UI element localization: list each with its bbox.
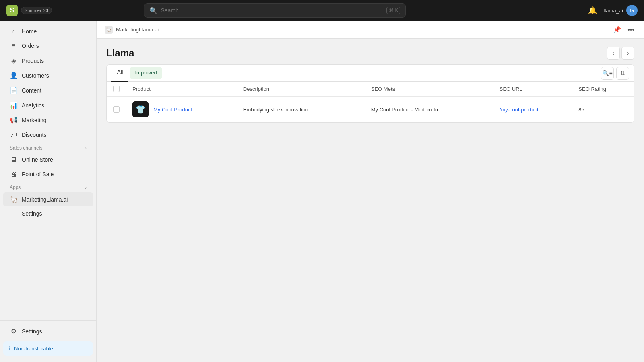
sidebar-item-label: Analytics (22, 102, 44, 109)
sidebar-item-label: Point of Sale (22, 171, 54, 177)
sidebar-item-settings-app[interactable]: Settings (3, 207, 93, 220)
sidebar-item-label: Customers (22, 72, 49, 79)
sidebar-item-home[interactable]: ⌂ Home (3, 25, 93, 38)
sidebar-item-label: Home (22, 28, 37, 35)
non-transferable-label: Non-transferable (14, 346, 53, 352)
header-checkbox[interactable] (113, 86, 120, 92)
tab-list: All Improved (111, 65, 162, 81)
sidebar-item-label: Online Store (22, 156, 53, 163)
more-options-button[interactable]: ••• (626, 25, 636, 35)
description-cell: Embodying sleek innovation ... (237, 97, 365, 123)
search-filter-icon: 🔍≡ (602, 70, 612, 76)
sidebar-item-marketing-llama[interactable]: 🦙 MarketingLlama.ai (3, 192, 93, 206)
sidebar-item-online-store[interactable]: 🖥 Online Store (3, 153, 93, 167)
sidebar-item-label: Settings (22, 328, 42, 335)
sidebar-bottom: ⚙ Settings ℹ Non-transferable (0, 320, 96, 359)
search-icon: 🔍 (149, 7, 157, 14)
table-actions: 🔍≡ ⇅ (601, 67, 629, 80)
sidebar-item-pos[interactable]: 🖨 Point of Sale (3, 167, 93, 181)
sidebar-item-orders[interactable]: ≡ Orders (3, 39, 93, 53)
table-header-row: Product Description SEO Meta SEO URL SEO… (107, 82, 634, 97)
user-name-label: llama_ai (604, 8, 623, 14)
sidebar-item-label: Settings (22, 210, 42, 217)
product-link[interactable]: My Cool Product (153, 107, 192, 113)
tab-all[interactable]: All (111, 65, 128, 82)
sidebar-item-marketing[interactable]: 📢 Marketing (3, 113, 93, 127)
content-area: 🦙 MarketingLlama.ai 📌 ••• Llama ‹ › (97, 21, 644, 362)
sort-icon: ⇅ (620, 70, 625, 76)
breadcrumb-actions: 📌 ••• (611, 24, 636, 35)
marketing-llama-icon: 🦙 (10, 195, 18, 203)
page-nav-buttons: ‹ › (607, 47, 634, 60)
user-menu-button[interactable]: llama_ai la (604, 5, 638, 16)
top-nav: S Summer '23 🔍 ⌘ K 🔔 llama_ai la (0, 0, 644, 21)
product-cell: 👕 My Cool Product (126, 97, 237, 123)
online-store-icon: 🖥 (10, 156, 18, 163)
nav-right: 🔔 llama_ai la (586, 4, 638, 17)
seo-rating-value: 85 (578, 107, 584, 113)
analytics-icon: 📊 (10, 101, 18, 109)
search-shortcut: ⌘ K (386, 7, 400, 14)
sidebar-item-label: Discounts (22, 132, 46, 138)
notifications-button[interactable]: 🔔 (586, 4, 599, 17)
next-page-button[interactable]: › (621, 47, 634, 60)
chevron-right-icon: › (85, 146, 87, 150)
pos-icon: 🖨 (10, 171, 18, 178)
breadcrumb-app-icon: 🦙 (105, 26, 113, 34)
header-product: Product (126, 82, 237, 97)
sidebar-item-settings[interactable]: ⚙ Settings (3, 324, 93, 338)
sidebar-item-label: Orders (22, 43, 39, 49)
row-checkbox-cell (107, 97, 126, 123)
product-thumbnail: 👕 (132, 101, 149, 117)
search-bar[interactable]: 🔍 ⌘ K (144, 3, 406, 18)
table-row: 👕 My Cool Product Embodying sleek innova… (107, 97, 634, 123)
sidebar: ⌂ Home ≡ Orders ◈ Products 👤 Customers 📄… (0, 21, 97, 362)
breadcrumb: 🦙 MarketingLlama.ai (105, 26, 159, 34)
prev-page-button[interactable]: ‹ (607, 47, 620, 60)
sidebar-item-analytics[interactable]: 📊 Analytics (3, 98, 93, 112)
sidebar-item-customers[interactable]: 👤 Customers (3, 68, 93, 82)
main-layout: ⌂ Home ≡ Orders ◈ Products 👤 Customers 📄… (0, 21, 644, 362)
pin-icon: 📌 (613, 26, 621, 33)
sidebar-item-content[interactable]: 📄 Content (3, 83, 93, 97)
product-cell-inner: 👕 My Cool Product (132, 101, 230, 117)
orders-icon: ≡ (10, 42, 18, 49)
sort-button[interactable]: ⇅ (616, 67, 629, 80)
pin-button[interactable]: 📌 (611, 24, 623, 35)
breadcrumb-title: MarketingLlama.ai (116, 27, 159, 33)
table-tabs: All Improved 🔍≡ ⇅ (107, 65, 634, 82)
sales-channels-section: Sales channels › (3, 142, 93, 152)
sidebar-item-label: Content (22, 87, 41, 94)
info-icon: ℹ (9, 346, 11, 352)
page-title: Llama (106, 47, 134, 59)
search-filter-button[interactable]: 🔍≡ (601, 67, 614, 80)
search-input[interactable] (161, 7, 383, 14)
avatar: la (626, 5, 638, 16)
discounts-icon: 🏷 (10, 131, 18, 138)
seo-meta-cell: My Cool Product - Modern In... (365, 97, 493, 123)
settings-icon: ⚙ (10, 327, 18, 335)
sidebar-item-label: Marketing (22, 117, 46, 123)
seo-url-link[interactable]: /my-cool-product (500, 107, 539, 113)
row-checkbox[interactable] (113, 106, 120, 113)
chevron-right-icon: › (85, 185, 87, 190)
products-icon: ◈ (10, 57, 18, 64)
seo-rating-cell: 85 (572, 97, 634, 123)
header-checkbox-cell (107, 82, 126, 97)
home-icon: ⌂ (10, 28, 18, 35)
marketing-icon: 📢 (10, 116, 18, 124)
header-seo-url: SEO URL (493, 82, 572, 97)
header-seo-rating: SEO Rating (572, 82, 634, 97)
sidebar-item-label: Products (22, 58, 44, 64)
breadcrumb-bar: 🦙 MarketingLlama.ai 📌 ••• (97, 21, 644, 39)
bell-icon: 🔔 (588, 6, 597, 15)
shopify-logo-icon: S (6, 5, 18, 16)
seo-url-cell: /my-cool-product (493, 97, 572, 123)
data-table: Product Description SEO Meta SEO URL SEO… (107, 82, 634, 122)
shopify-logo[interactable]: S Summer '23 (6, 5, 52, 16)
sidebar-item-products[interactable]: ◈ Products (3, 53, 93, 68)
sidebar-item-discounts[interactable]: 🏷 Discounts (3, 128, 93, 142)
tab-improved[interactable]: Improved (130, 67, 161, 79)
sidebar-item-label: MarketingLlama.ai (22, 196, 68, 203)
header-seo-meta: SEO Meta (365, 82, 493, 97)
